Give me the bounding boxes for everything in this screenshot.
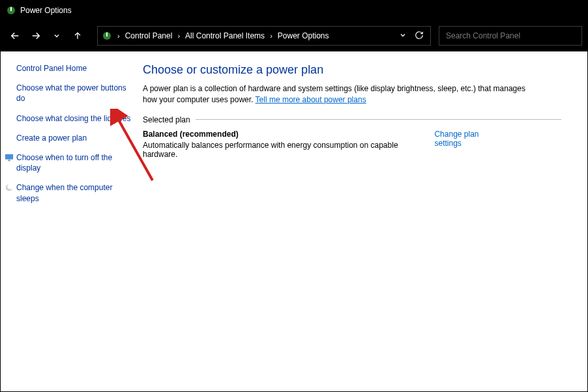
sidebar-link-turn-off-display[interactable]: Choose when to turn off the display (16, 152, 131, 173)
up-button[interactable] (68, 27, 87, 45)
page-description: A power plan is a collection of hardware… (143, 83, 527, 106)
svg-rect-3 (106, 33, 108, 36)
svg-point-7 (7, 184, 13, 189)
content-area: Control Panel Home Choose what the power… (1, 51, 587, 391)
plan-name: Balanced (recommended) (143, 130, 434, 139)
main-panel: Choose or customize a power plan A power… (138, 51, 587, 391)
chevron-right-icon[interactable]: › (116, 32, 121, 40)
recent-locations-button[interactable] (48, 27, 66, 45)
sidebar-link-label: Change when the computer sleeps (16, 183, 112, 203)
nav-bar: › Control Panel › All Control Panel Item… (1, 20, 587, 51)
breadcrumb-item-control-panel[interactable]: Control Panel (123, 31, 175, 40)
breadcrumb-dropdown-button[interactable] (399, 31, 407, 41)
sidebar-link-power-buttons[interactable]: Choose what the power buttons do (16, 83, 131, 104)
back-button[interactable] (6, 27, 24, 45)
sidebar-link-label: Create a power plan (16, 133, 87, 143)
tell-me-more-link[interactable]: Tell me more about power plans (256, 95, 366, 104)
breadcrumb[interactable]: › Control Panel › All Control Panel Item… (97, 26, 431, 46)
sidebar: Control Panel Home Choose what the power… (1, 51, 138, 391)
breadcrumb-item-power-options[interactable]: Power Options (275, 31, 332, 40)
section-label: Selected plan (143, 115, 190, 124)
sidebar-home-link[interactable]: Control Panel Home (16, 63, 131, 74)
breadcrumb-icon (102, 31, 112, 41)
plan-row: Balanced (recommended) Automatically bal… (143, 130, 508, 159)
title-bar: Power Options (1, 1, 587, 20)
monitor-icon (5, 153, 14, 164)
change-plan-settings-link[interactable]: Change plan settings (434, 130, 508, 148)
sidebar-link-label: Choose when to turn off the display (16, 153, 112, 173)
chevron-right-icon[interactable]: › (269, 32, 274, 40)
sidebar-link-label: Choose what the power buttons do (16, 83, 126, 103)
chevron-right-icon[interactable]: › (176, 32, 181, 40)
moon-icon (5, 183, 14, 194)
svg-rect-4 (5, 154, 13, 160)
sidebar-link-closing-lid[interactable]: Choose what closing the lid does (16, 113, 131, 124)
svg-rect-1 (10, 7, 12, 11)
divider (196, 119, 561, 120)
sidebar-link-computer-sleeps[interactable]: Change when the computer sleeps (16, 182, 131, 203)
sidebar-link-create-plan[interactable]: Create a power plan (16, 133, 131, 143)
page-heading: Choose or customize a power plan (143, 63, 561, 77)
section-header: Selected plan (143, 115, 561, 124)
forward-button[interactable] (27, 27, 45, 45)
power-options-icon (6, 5, 16, 16)
plan-description: Automatically balances performance with … (143, 141, 434, 159)
refresh-button[interactable] (415, 31, 424, 42)
svg-rect-5 (8, 160, 10, 161)
sidebar-link-label: Choose what closing the lid does (16, 114, 130, 123)
search-input[interactable] (439, 26, 582, 46)
breadcrumb-item-all-items[interactable]: All Control Panel Items (183, 31, 267, 40)
window-title: Power Options (20, 6, 72, 15)
